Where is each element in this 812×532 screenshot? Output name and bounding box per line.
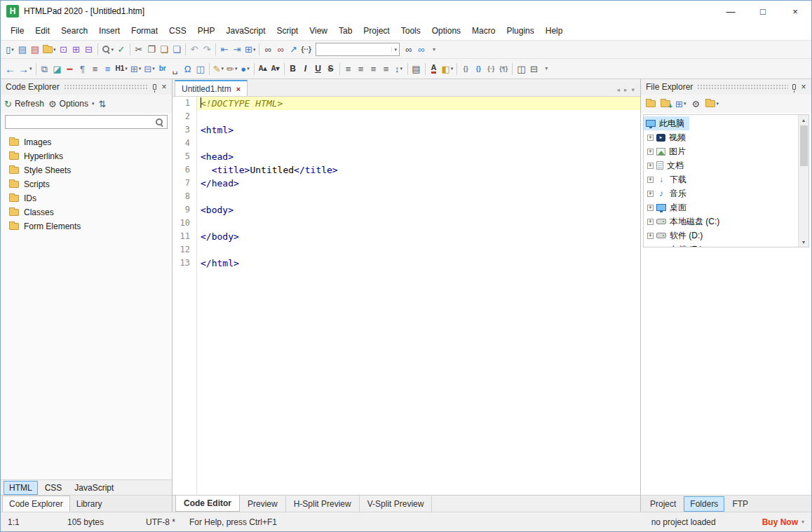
editor-line-10[interactable]: 10 <box>172 217 640 230</box>
menu-insert[interactable]: Insert <box>93 23 126 39</box>
browse-folder-button[interactable]: ▾ <box>704 96 720 111</box>
fill-color-button[interactable]: ◧▾ <box>440 61 455 76</box>
menu-format[interactable]: Format <box>126 23 163 39</box>
file-item-桌面[interactable]: +桌面 <box>644 200 691 214</box>
explorer-settings-button[interactable]: ⚙ <box>689 96 702 111</box>
menu-help[interactable]: Help <box>540 23 569 39</box>
hyperlink-button[interactable]: ⧉ <box>39 61 51 76</box>
editor-line-11[interactable]: 11</body> <box>172 230 640 243</box>
lang-tab-javascript[interactable]: JavaScript <box>69 481 119 495</box>
editor-line-1[interactable]: 1<!DOCTYPE HTML> <box>172 97 640 110</box>
view-mode-button[interactable]: ⊞▾ <box>674 96 687 111</box>
redo-button[interactable]: ↷ <box>201 42 213 57</box>
full-view-button[interactable]: ⊟ <box>527 61 540 76</box>
search-input[interactable] <box>8 116 155 128</box>
file-item-下载[interactable]: +↓下载 <box>644 172 691 186</box>
find-next-button[interactable]: ∞ <box>402 42 415 57</box>
lang-tab-html[interactable]: HTML <box>4 481 38 495</box>
replace-in-files-button[interactable]: ∞ <box>274 42 287 57</box>
spell-check-button[interactable]: ✓ <box>115 42 128 57</box>
expand-code-button[interactable]: {¶} <box>497 61 510 76</box>
back-button[interactable]: ← <box>4 61 17 76</box>
copy-button[interactable]: ❐ <box>145 42 158 57</box>
strikethrough-button[interactable]: S <box>325 61 337 76</box>
buy-now-link[interactable]: Buy Now <box>762 517 801 527</box>
file-item-音乐[interactable]: +♪音乐 <box>644 186 691 200</box>
nbsp-button[interactable]: ␣ <box>169 61 182 76</box>
file-item-视频[interactable]: +▸视频 <box>644 130 691 144</box>
editor-line-9[interactable]: 9<body> <box>172 203 640 217</box>
code-folder-form-elements[interactable]: Form Elements <box>1 219 172 233</box>
fx-tab-project[interactable]: Project <box>644 497 682 511</box>
fx-tab-folders[interactable]: Folders <box>684 496 724 512</box>
editor-line-13[interactable]: 13</html> <box>172 257 640 270</box>
pin-icon[interactable] <box>153 84 156 90</box>
web-colors-button[interactable]: ●▾ <box>239 61 252 76</box>
paste-html-button[interactable]: ❏ <box>170 42 183 57</box>
code-snippet-button[interactable]: {··} <box>299 42 312 57</box>
save-as-button[interactable]: ⊟ <box>83 42 95 57</box>
pencil-color-button[interactable]: ✏▾ <box>225 61 238 76</box>
menu-plugins[interactable]: Plugins <box>501 23 539 39</box>
indent-button[interactable]: ⇥ <box>231 42 243 57</box>
code-folder-ids[interactable]: IDs <box>1 191 172 205</box>
expand-icon[interactable]: + <box>647 191 654 197</box>
bold-button[interactable]: B <box>287 61 299 76</box>
quick-search-combo-input[interactable] <box>316 44 391 55</box>
close-panel-icon[interactable]: × <box>799 82 808 92</box>
minimize-button[interactable]: — <box>715 1 747 22</box>
expand-icon[interactable]: + <box>647 233 654 239</box>
tag-editor-button[interactable]: ◫ <box>194 61 207 76</box>
align-left-button[interactable]: ≡ <box>342 61 355 76</box>
options-button[interactable]: ⚙ Options ▾ <box>48 99 95 109</box>
decrease-font-button[interactable]: A▾ <box>269 61 282 76</box>
justify-button[interactable]: ≡ <box>380 61 393 76</box>
menu-css[interactable]: CSS <box>163 23 192 39</box>
editor-line-4[interactable]: 4 <box>172 137 640 150</box>
open-folder-button[interactable] <box>644 96 657 111</box>
menu-project[interactable]: Project <box>358 23 395 39</box>
scrollbar[interactable]: ▲ ▼ <box>798 115 808 247</box>
editor-line-2[interactable]: 2 <box>172 110 640 123</box>
compact-code-button[interactable]: {·} <box>485 61 497 76</box>
tab-list-icon[interactable]: ▾ <box>631 86 635 93</box>
scrollbar-thumb[interactable] <box>800 125 808 166</box>
view-tab-code-editor[interactable]: Code Editor <box>175 496 240 512</box>
scroll-down-icon[interactable]: ▼ <box>801 237 806 247</box>
unindent-button[interactable]: ⇤ <box>218 42 231 57</box>
file-item-文档[interactable]: +文档 <box>644 158 689 172</box>
code-view-button[interactable]: ⊞▾ <box>243 42 257 57</box>
expand-icon[interactable]: + <box>647 205 654 211</box>
align-center-button[interactable]: ≡ <box>355 61 367 76</box>
cut-button[interactable]: ✂ <box>133 42 145 57</box>
editor-line-8[interactable]: 8 <box>172 190 640 203</box>
menu-macro[interactable]: Macro <box>466 23 501 39</box>
expand-icon[interactable]: + <box>647 247 654 247</box>
menu-tools[interactable]: Tools <box>395 23 426 39</box>
file-item-软件 (D:)[interactable]: +软件 (D:) <box>644 229 708 243</box>
editor-line-12[interactable]: 12 <box>172 243 640 257</box>
panel-tab-library[interactable]: Library <box>70 496 109 512</box>
lang-tab-css[interactable]: CSS <box>39 481 68 495</box>
code-folder-scripts[interactable]: Scripts <box>1 177 172 191</box>
close-button[interactable]: × <box>779 1 811 22</box>
find-in-files-button[interactable]: ∞ <box>262 42 274 57</box>
tab-scroll-left-icon[interactable]: ◂ <box>616 86 620 93</box>
new-from-template-button[interactable]: ▤ <box>16 42 29 57</box>
toolbar-overflow-button[interactable]: ▾ <box>428 42 440 57</box>
unordered-list-button[interactable]: ≡ <box>89 61 102 76</box>
heading-button[interactable]: H1▾ <box>114 61 129 76</box>
save-all-button[interactable]: ⊞ <box>70 42 83 57</box>
search-button[interactable]: ▾ <box>100 42 116 57</box>
save-button[interactable]: ⊡ <box>57 42 70 57</box>
undo-button[interactable]: ↶ <box>188 42 201 57</box>
horizontal-rule-button[interactable]: ━ <box>64 61 76 76</box>
line-break-button[interactable]: br <box>156 61 169 76</box>
menu-script[interactable]: Script <box>271 23 304 39</box>
open-in-browser-button[interactable]: ↗ <box>287 42 299 57</box>
menu-file[interactable]: File <box>5 23 29 39</box>
sort-button[interactable]: ⇅ <box>98 99 106 109</box>
toolbar2-overflow-button[interactable]: ▾ <box>540 61 553 76</box>
code-folder-images[interactable]: Images <box>1 135 172 149</box>
expand-icon[interactable]: + <box>647 163 654 169</box>
